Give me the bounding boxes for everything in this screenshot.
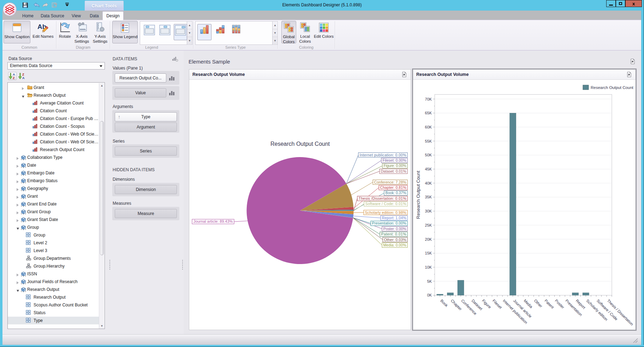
svg-text:Z: Z <box>22 73 24 76</box>
svg-text:0K: 0K <box>427 293 432 297</box>
svg-text:Patent: Patent <box>544 298 555 309</box>
svg-text:Patent: 0.01%: Patent: 0.01% <box>381 232 406 236</box>
svg-text:Research Output Count: Research Output Count <box>270 141 330 147</box>
svg-text:10K: 10K <box>425 265 432 269</box>
svg-text:Chapter: Chapter <box>450 298 463 311</box>
svg-text:Research Output Count: Research Output Count <box>416 170 421 219</box>
svg-text:25K: 25K <box>425 223 432 227</box>
svg-text:45K: 45K <box>425 167 432 171</box>
svg-text:Scholarly edition: 0.98%: Scholarly edition: 0.98% <box>365 210 406 215</box>
svg-text:Presentation: 0.00%: Presentation: 0.00% <box>372 221 406 225</box>
svg-text:Conference: 7.28%: Conference: 7.28% <box>374 180 406 184</box>
svg-text:Journal article: 89.43%: Journal article: 89.43% <box>193 219 233 223</box>
svg-text:Fileset: 0.00%: Fileset: 0.00% <box>383 158 406 162</box>
svg-text:Fileset: Fileset <box>492 298 503 309</box>
svg-text:Figure: 0.00%: Figure: 0.00% <box>384 163 406 168</box>
svg-text:5K: 5K <box>427 279 432 283</box>
svg-text:Report: 1.04%: Report: 1.04% <box>382 216 406 220</box>
svg-text:Poster: 0.00%: Poster: 0.00% <box>383 227 406 231</box>
svg-text:Media: 0.00%: Media: 0.00% <box>383 243 406 247</box>
svg-text:Other: Other <box>533 298 543 308</box>
svg-text:Thesis /Dissertation: 0.01%: Thesis /Dissertation: 0.01% <box>359 196 406 201</box>
svg-text:65K: 65K <box>425 111 432 115</box>
svg-text:Internet publication: 0.00%: Internet publication: 0.00% <box>360 153 406 157</box>
svg-text:55K: 55K <box>425 139 432 143</box>
svg-text:30K: 30K <box>425 209 432 213</box>
svg-text:Book: Book <box>440 298 449 308</box>
svg-text:15K: 15K <box>425 251 432 255</box>
svg-text:A: A <box>13 73 15 76</box>
svg-text:Software / Code: 0.01%: Software / Code: 0.01% <box>365 202 406 206</box>
svg-text:50K: 50K <box>425 153 432 157</box>
svg-text:20K: 20K <box>425 237 432 241</box>
svg-text:Book: 0.37%: Book: 0.37% <box>386 191 406 195</box>
svg-text:Research Output Count: Research Output Count <box>591 85 634 90</box>
svg-text:Poster: Poster <box>554 298 565 309</box>
svg-text:60K: 60K <box>425 125 432 129</box>
svg-text:70K: 70K <box>425 97 432 101</box>
svg-text:35K: 35K <box>425 195 432 199</box>
svg-text:Other: 0.03%: Other: 0.03% <box>384 238 406 242</box>
svg-text:Dataset: 0.01%: Dataset: 0.01% <box>381 169 406 173</box>
svg-text:40K: 40K <box>425 181 432 185</box>
svg-text:Z: Z <box>13 76 15 80</box>
svg-text:A: A <box>22 76 25 80</box>
svg-text:Chapter: 0.81%: Chapter: 0.81% <box>380 185 406 190</box>
